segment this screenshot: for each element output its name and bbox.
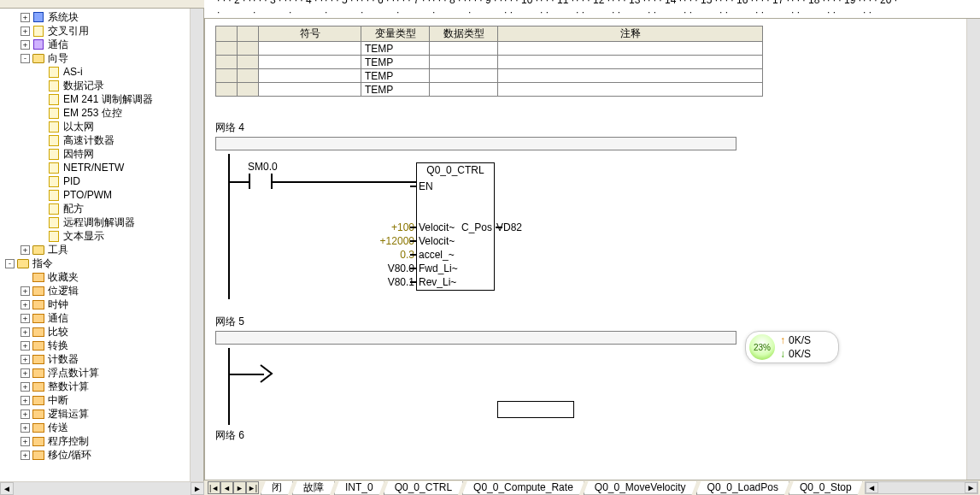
tree-item[interactable]: +工具 xyxy=(2,243,190,256)
editor-tab[interactable]: Q0_0_Stop xyxy=(789,481,863,495)
tab-nav-next-icon[interactable]: ► xyxy=(233,481,246,494)
tree-item[interactable]: AS-i xyxy=(2,65,190,79)
table-row[interactable]: TEMP xyxy=(216,42,763,56)
tree-item[interactable]: NETR/NETW xyxy=(2,161,190,174)
editor-tab[interactable]: 闭 xyxy=(261,481,293,495)
tree-item[interactable]: 远程调制解调器 xyxy=(2,215,190,229)
tree-item[interactable]: EM 241 调制解调器 xyxy=(2,92,190,106)
sym-col-symbol[interactable]: 符号 xyxy=(259,27,361,42)
project-tree[interactable]: +系统块+交叉引用+通信-向导AS-i数据记录EM 241 调制解调器EM 25… xyxy=(0,9,190,481)
tab-nav-prev-icon[interactable]: ◄ xyxy=(220,481,233,494)
tree-item-label: EM 241 调制解调器 xyxy=(63,92,153,106)
tree-item[interactable]: 文本显示 xyxy=(2,229,190,243)
tree-item[interactable]: 以太网 xyxy=(2,120,190,133)
table-row[interactable]: TEMP xyxy=(216,69,763,83)
editor-vertical-scrollbar[interactable] xyxy=(966,19,980,480)
tree-item[interactable]: EM 253 位控 xyxy=(2,106,190,120)
tree-expand-icon[interactable]: + xyxy=(21,314,30,323)
ladder-rung[interactable]: SM0.0 Q0_0_CTRL EN +100 Velocit~ +12000 … xyxy=(215,154,745,299)
tree-expand-icon[interactable]: + xyxy=(21,286,30,296)
editor-tab[interactable]: INT_0 xyxy=(334,481,384,495)
ladder-rung[interactable] xyxy=(215,348,745,425)
tree-expand-icon[interactable]: + xyxy=(21,423,30,433)
tree-expand-icon[interactable]: + xyxy=(21,327,30,337)
ladder-editor[interactable]: 符号 变量类型 数据类型 注释 TEMPTEMPTEMPTEMP 网络 4 SM… xyxy=(204,19,980,480)
editor-tab[interactable]: Q0_0_MoveVelocity xyxy=(584,481,697,495)
tree-vertical-scrollbar[interactable] xyxy=(190,9,203,481)
tree-item[interactable]: -指令 xyxy=(2,256,190,270)
tree-expand-icon[interactable]: + xyxy=(21,396,30,405)
tree-expand-icon[interactable]: + xyxy=(21,382,30,392)
function-block[interactable]: Q0_0_CTRL EN +100 Velocit~ +12000 Veloci… xyxy=(416,162,495,291)
tree-expand-icon[interactable]: + xyxy=(21,27,30,36)
editor-horizontal-scrollbar[interactable]: ◄ ► xyxy=(865,481,978,494)
tree-item[interactable]: +比较 xyxy=(2,325,190,339)
empty-box[interactable] xyxy=(497,401,574,418)
tree-expand-icon[interactable]: + xyxy=(21,355,30,364)
symbol-table[interactable]: 符号 变量类型 数据类型 注释 TEMPTEMPTEMPTEMP xyxy=(215,26,763,97)
tree-item[interactable]: +逻辑运算 xyxy=(2,407,190,421)
network-comment[interactable] xyxy=(215,137,736,150)
scroll-right-icon[interactable]: ► xyxy=(191,482,204,495)
tree-item[interactable]: -向导 xyxy=(2,51,190,65)
tree-item[interactable]: +传送 xyxy=(2,421,190,434)
sym-col-datatype[interactable]: 数据类型 xyxy=(430,27,498,42)
tree-item[interactable]: +通信 xyxy=(2,38,190,51)
scroll-left-icon[interactable]: ◄ xyxy=(0,482,14,495)
tab-nav-last-icon[interactable]: ►| xyxy=(246,481,259,494)
tree-item[interactable]: +位逻辑 xyxy=(2,284,190,298)
ruler-tick: · · · 15 · · · xyxy=(684,0,719,18)
editor-tab[interactable]: 故障 xyxy=(292,481,335,495)
tree-expand-icon[interactable]: + xyxy=(21,437,30,446)
tree-expand-icon[interactable]: + xyxy=(21,40,30,50)
tree-expand-icon[interactable]: + xyxy=(21,451,30,460)
tree-item[interactable]: +通信 xyxy=(2,311,190,325)
tree-item[interactable]: 因特网 xyxy=(2,147,190,161)
tree-item[interactable]: +计数器 xyxy=(2,352,190,366)
tree-expand-icon[interactable]: + xyxy=(21,245,30,255)
tree-expand-icon[interactable]: + xyxy=(21,410,30,419)
scroll-right-icon[interactable]: ► xyxy=(965,482,977,493)
tree-item[interactable]: +程序控制 xyxy=(2,434,190,448)
editor-tab[interactable]: Q0_0_LoadPos xyxy=(696,481,789,495)
tree-expand-icon[interactable]: + xyxy=(21,341,30,351)
tree-item-label: 工具 xyxy=(48,243,68,256)
editor-tab[interactable]: Q0_0_Compute_Rate xyxy=(462,481,584,495)
tree-item[interactable]: +时钟 xyxy=(2,298,190,311)
editor-tab[interactable]: Q0_0_CTRL xyxy=(384,481,463,495)
tree-item[interactable]: +中断 xyxy=(2,393,190,407)
tree-item[interactable]: 收藏夹 xyxy=(2,270,190,284)
no-contact[interactable] xyxy=(249,174,273,189)
tree-item[interactable]: +整数计算 xyxy=(2,380,190,393)
tree-item[interactable]: +浮点数计算 xyxy=(2,366,190,380)
tree-collapse-icon[interactable]: - xyxy=(5,259,15,268)
ruler-tick: · · · 17 · · · xyxy=(755,0,791,18)
tree-expand-icon[interactable]: + xyxy=(21,13,30,22)
tree-item[interactable]: +交叉引用 xyxy=(2,24,190,38)
network-4[interactable]: 网络 4 SM0.0 Q0_0_CTRL EN +100 xyxy=(215,121,970,299)
sym-col-vartype[interactable]: 变量类型 xyxy=(361,27,430,42)
tree-item[interactable]: PID xyxy=(2,174,190,188)
tree-item[interactable]: PTO/PWM xyxy=(2,188,190,202)
tree-horizontal-scrollbar[interactable]: ◄ ► xyxy=(0,481,204,495)
ruler-tick: · · · 16 · · · xyxy=(719,0,755,18)
tree-expand-icon[interactable]: + xyxy=(21,300,30,309)
tree-item[interactable]: 数据记录 xyxy=(2,79,190,92)
table-row[interactable]: TEMP xyxy=(216,83,763,97)
tree-item[interactable]: +移位/循环 xyxy=(2,448,190,462)
table-row[interactable]: TEMP xyxy=(216,56,763,69)
network-speed-widget[interactable]: 23% ↑0K/S ↓0K/S xyxy=(745,331,839,363)
tree-item[interactable]: 配方 xyxy=(2,202,190,215)
sym-col-comment[interactable]: 注释 xyxy=(498,27,763,42)
network-6[interactable]: 网络 6 xyxy=(215,428,970,443)
tree-item[interactable]: +转换 xyxy=(2,339,190,352)
network-5[interactable]: 网络 5 xyxy=(215,315,970,425)
scroll-left-icon[interactable]: ◄ xyxy=(866,482,878,493)
tab-nav-first-icon[interactable]: |◄ xyxy=(208,481,220,494)
contact-address: SM0.0 xyxy=(248,161,278,173)
tree-collapse-icon[interactable]: - xyxy=(21,54,30,63)
tree-item[interactable]: +系统块 xyxy=(2,10,190,24)
network-comment[interactable] xyxy=(215,331,736,345)
tree-expand-icon[interactable]: + xyxy=(21,368,30,378)
tree-item[interactable]: 高速计数器 xyxy=(2,133,190,147)
